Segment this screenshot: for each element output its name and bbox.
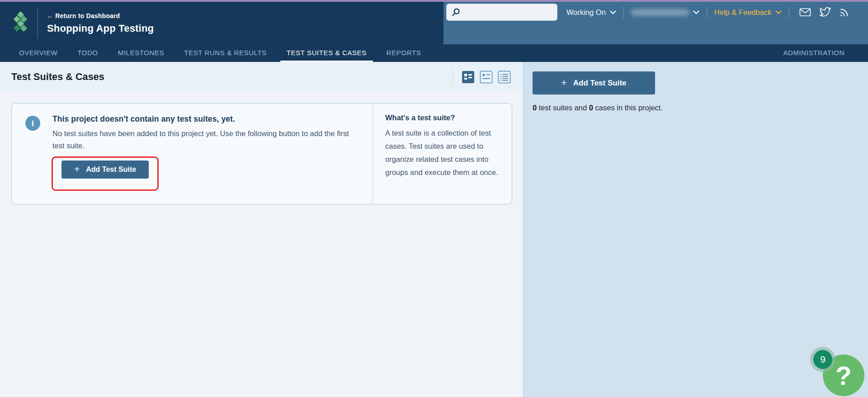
toolbar-divider [707,6,707,18]
title-band: Test Suites & Cases [0,62,523,92]
app-root: ← Return to Dashboard Shopping App Testi… [0,0,868,397]
case-count: 0 [589,104,593,112]
tab-administration[interactable]: ADMINISTRATION [777,44,851,62]
toolbar-divider [623,6,624,18]
summary-text: cases in this project. [593,104,663,112]
tab-test-runs-results[interactable]: TEST RUNS & RESULTS [178,44,273,62]
search-box[interactable] [446,4,557,21]
summary-text: test suites and [537,104,589,112]
header-divider [37,8,38,38]
header-right: Working On Help & Feedback [443,2,868,44]
suite-count: 0 [533,104,537,112]
main-nav: OVERVIEW TODO MILESTONES TEST RUNS & RES… [0,44,868,62]
empty-state-panel: i This project doesn't contain any test … [11,103,512,204]
working-on-dropdown[interactable]: Working On [566,8,616,17]
page-title: Test Suites & Cases [11,71,104,83]
help-feedback-dropdown[interactable]: Help & Feedback [714,8,782,17]
tab-overview[interactable]: OVERVIEW [13,44,64,62]
user-name-blurred [631,9,689,16]
header: ← Return to Dashboard Shopping App Testi… [0,2,868,44]
user-menu-dropdown[interactable] [631,9,699,16]
header-toolbar: Working On Help & Feedback [443,2,868,23]
working-on-label: Working On [566,8,606,17]
chevron-down-icon [610,10,616,14]
page-body: Test Suites & Cases [0,62,868,397]
content-area: i This project doesn't contain any test … [0,92,523,397]
return-to-dashboard-link[interactable]: ← Return to Dashboard [47,12,154,19]
twitter-icon[interactable] [819,7,831,18]
sidebar-add-test-suite-label: Add Test Suite [573,79,627,88]
empty-state-section: i This project doesn't contain any test … [12,104,373,204]
rss-icon[interactable] [839,7,849,17]
plus-icon: + [561,77,566,88]
chevron-down-icon [775,10,782,14]
tab-todo[interactable]: TODO [71,44,104,62]
project-block: ← Return to Dashboard Shopping App Testi… [47,12,154,34]
help-feedback-label: Help & Feedback [714,8,772,17]
sidebar: + Add Test Suite 0 test suites and 0 cas… [523,62,868,397]
highlight-annotation-box: + Add Test Suite [52,156,159,191]
help-widget: 9 ? [823,354,864,396]
what-is-heading: What's a test suite? [385,113,499,122]
project-summary: 0 test suites and 0 cases in this projec… [533,104,868,112]
chevron-down-icon [693,10,699,14]
what-is-body: A test suite is a collection of test cas… [385,127,499,179]
list-view-icon[interactable] [498,71,511,84]
what-is-test-suite-section: What's a test suite? A test suite is a c… [373,104,512,204]
compact-view-icon[interactable] [480,71,493,84]
project-title: Shopping App Testing [47,23,154,34]
cards-view-icon[interactable] [462,71,475,84]
search-input[interactable] [463,8,554,16]
tab-milestones[interactable]: MILESTONES [112,44,170,62]
view-toggle-group [453,69,511,85]
header-left: ← Return to Dashboard Shopping App Testi… [0,2,443,44]
main-area: Test Suites & Cases [0,62,523,397]
notification-badge: 9 [813,350,832,369]
sidebar-add-test-suite-button[interactable]: + Add Test Suite [533,71,655,95]
info-icon: i [25,116,40,131]
add-test-suite-button[interactable]: + Add Test Suite [61,161,149,179]
email-icon[interactable] [799,8,811,17]
add-test-suite-button-label: Add Test Suite [86,165,136,174]
tab-test-suites-cases[interactable]: TEST SUITES & CASES [280,44,373,62]
plus-icon: + [74,164,80,175]
search-icon [451,8,461,17]
empty-state-body: No test suites have been added to this p… [52,128,360,152]
view-tools-divider [453,69,453,85]
tab-reports[interactable]: REPORTS [380,44,427,62]
empty-state-heading: This project doesn't contain any test su… [52,114,360,124]
testrail-logo-icon [14,11,27,35]
toolbar-divider [789,6,789,18]
